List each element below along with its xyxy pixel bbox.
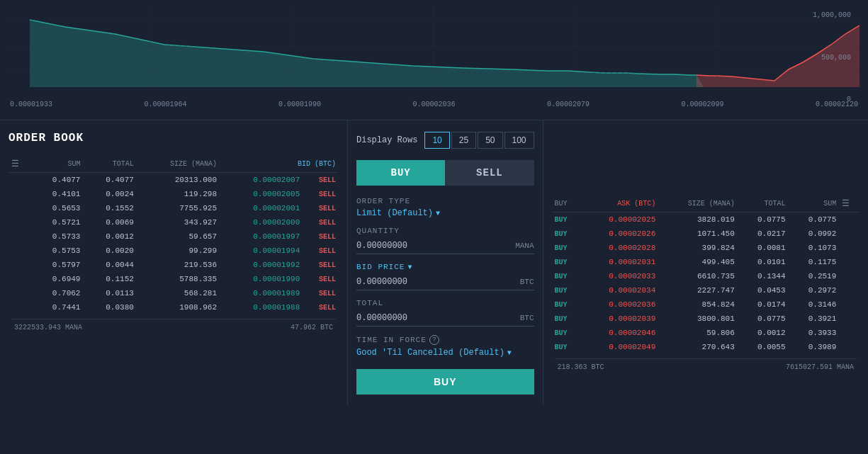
- ask-row-action[interactable]: BUY: [552, 212, 580, 227]
- ask-row-sum: 0.3933: [789, 326, 840, 340]
- table-row: BUY 0.00002028 399.824 0.0081 0.1073: [552, 241, 859, 255]
- chart-y-labels: 1,000,000 500,000 0: [813, 11, 851, 103]
- total-input[interactable]: [356, 313, 517, 323]
- bid-row-size: 1908.962: [137, 300, 220, 314]
- bid-row-total: 0.0012: [83, 229, 136, 244]
- ask-row-total: 0.0453: [738, 283, 789, 297]
- time-in-force-info-icon[interactable]: ?: [429, 335, 439, 345]
- time-in-force-select[interactable]: Good 'Til Cancelled (Default) ▼: [356, 348, 534, 358]
- ask-row-icon: [839, 241, 859, 255]
- display-rows-100[interactable]: 100: [505, 132, 534, 149]
- ask-row-ask: 0.00002039: [580, 312, 659, 326]
- bid-row-bid: 0.00001989: [220, 286, 303, 300]
- ask-col-total: TOTAL: [738, 195, 789, 212]
- bid-price-input-row: BTC: [356, 274, 534, 290]
- total-unit: BTC: [520, 314, 534, 322]
- sell-tab[interactable]: SELL: [445, 160, 534, 186]
- ask-row-action[interactable]: BUY: [552, 340, 580, 354]
- order-book-title: ORDER BOOK: [9, 132, 339, 144]
- display-rows-50[interactable]: 50: [478, 132, 502, 149]
- x-label-1: 0.00001933: [10, 101, 52, 108]
- bid-row-action[interactable]: SELL: [303, 300, 339, 314]
- ask-row-action[interactable]: BUY: [552, 297, 580, 312]
- ask-row-icon: [839, 255, 859, 269]
- bid-price-label-row[interactable]: BID PRICE ▼: [356, 263, 534, 271]
- bid-row-bid: 0.00002005: [220, 187, 303, 201]
- quantity-unit: MANA: [515, 242, 534, 250]
- display-rows-label: Display Rows: [356, 135, 417, 145]
- bid-row-sum: 0.5721: [30, 215, 83, 229]
- table-row: BUY 0.00002036 854.824 0.0174 0.3146: [552, 297, 859, 312]
- bid-row-size: 20313.000: [137, 173, 220, 188]
- bid-row-bid: 0.00002001: [220, 201, 303, 215]
- bid-row-size: 99.299: [137, 244, 220, 258]
- order-type-select[interactable]: Limit (Default) ▼: [356, 208, 534, 218]
- ask-row-action[interactable]: BUY: [552, 255, 580, 269]
- ask-row-size: 399.824: [658, 241, 738, 255]
- ask-col-ask: ASK (BTC): [580, 195, 659, 212]
- table-row: 0.7062 0.0113 568.281 0.00001989 SELL: [9, 286, 339, 300]
- order-type-group: ORDER TYPE Limit (Default) ▼: [356, 197, 534, 218]
- bid-row-action[interactable]: SELL: [303, 229, 339, 244]
- buy-tab[interactable]: BUY: [356, 160, 445, 186]
- quantity-group: QUANTITY MANA: [356, 227, 534, 254]
- ask-row-action[interactable]: BUY: [552, 241, 580, 255]
- order-type-arrow: ▼: [436, 210, 440, 217]
- bid-row-icon: [9, 173, 30, 188]
- bid-row-action[interactable]: SELL: [303, 187, 339, 201]
- submit-buy-button[interactable]: BUY: [356, 369, 534, 395]
- display-rows-10[interactable]: 10: [424, 132, 449, 149]
- bid-col-icon: ☰: [9, 156, 30, 173]
- bid-price-input[interactable]: [356, 277, 517, 287]
- time-in-force-arrow: ▼: [507, 349, 512, 357]
- ask-row-sum: 0.2519: [789, 269, 840, 283]
- ask-row-ask: 0.00002034: [580, 283, 659, 297]
- ask-row-ask: 0.00002026: [580, 227, 659, 241]
- bid-row-action[interactable]: SELL: [303, 244, 339, 258]
- bid-price-group: BID PRICE ▼ BTC: [356, 263, 534, 290]
- bid-row-action[interactable]: SELL: [303, 201, 339, 215]
- ask-row-action[interactable]: BUY: [552, 283, 580, 297]
- bid-row-icon: [9, 187, 30, 201]
- ask-row-action[interactable]: BUY: [552, 326, 580, 340]
- table-row: 0.7441 0.0380 1908.962 0.00001988 SELL: [9, 300, 339, 314]
- ask-row-sum: 0.1073: [789, 241, 840, 255]
- ask-order-book: BUY ASK (BTC) SIZE (MANA) TOTAL SUM ☰ BU…: [543, 120, 868, 406]
- ask-row-action[interactable]: BUY: [552, 312, 580, 326]
- quantity-input[interactable]: [356, 241, 512, 251]
- bid-order-book: ORDER BOOK ☰ SUM TOTAL SIZE (MANA) BID (…: [0, 120, 347, 406]
- table-row: BUY 0.00002031 499.405 0.0101 0.1175: [552, 255, 859, 269]
- bid-col-total: TOTAL: [83, 156, 136, 173]
- ask-row-sum: 0.2972: [789, 283, 840, 297]
- table-row: BUY 0.00002039 3800.801 0.0775 0.3921: [552, 312, 859, 326]
- bid-row-action[interactable]: SELL: [303, 215, 339, 229]
- buy-sell-tabs: BUY SELL: [356, 160, 534, 186]
- bid-row-size: 568.281: [137, 286, 220, 300]
- ask-row-total: 0.0217: [738, 227, 789, 241]
- ask-row-total: 0.0101: [738, 255, 789, 269]
- table-row: BUY 0.00002046 59.806 0.0012 0.3933: [552, 326, 859, 340]
- total-group: TOTAL BTC: [356, 299, 534, 327]
- bid-table: ☰ SUM TOTAL SIZE (MANA) BID (BTC) 0.4077…: [9, 156, 339, 339]
- bid-row-sum: 0.5797: [30, 258, 83, 272]
- ask-row-action[interactable]: BUY: [552, 227, 580, 241]
- bid-row-action[interactable]: SELL: [303, 272, 339, 286]
- bid-row-total: 0.4077: [83, 173, 136, 188]
- table-row: 0.5797 0.0044 219.536 0.00001992 SELL: [9, 258, 339, 272]
- display-rows-25[interactable]: 25: [451, 132, 476, 149]
- bid-row-action[interactable]: SELL: [303, 258, 339, 272]
- ask-row-action[interactable]: BUY: [552, 269, 580, 283]
- ask-row-size: 2227.747: [658, 283, 738, 297]
- table-row: 0.5721 0.0069 343.927 0.00002000 SELL: [9, 215, 339, 229]
- table-row: 0.5653 0.1552 7755.925 0.00002001 SELL: [9, 201, 339, 215]
- bid-row-total: 0.0113: [83, 286, 136, 300]
- bid-row-action[interactable]: SELL: [303, 173, 339, 188]
- bid-row-icon: [9, 286, 30, 300]
- bid-col-sum: SUM: [30, 156, 83, 173]
- table-row: BUY 0.00002034 2227.747 0.0453 0.2972: [552, 283, 859, 297]
- bid-row-icon: [9, 244, 30, 258]
- bid-row-action[interactable]: SELL: [303, 286, 339, 300]
- ask-row-size: 270.643: [658, 340, 738, 354]
- ask-row-ask: 0.00002033: [580, 269, 659, 283]
- ask-row-size: 854.824: [658, 297, 738, 312]
